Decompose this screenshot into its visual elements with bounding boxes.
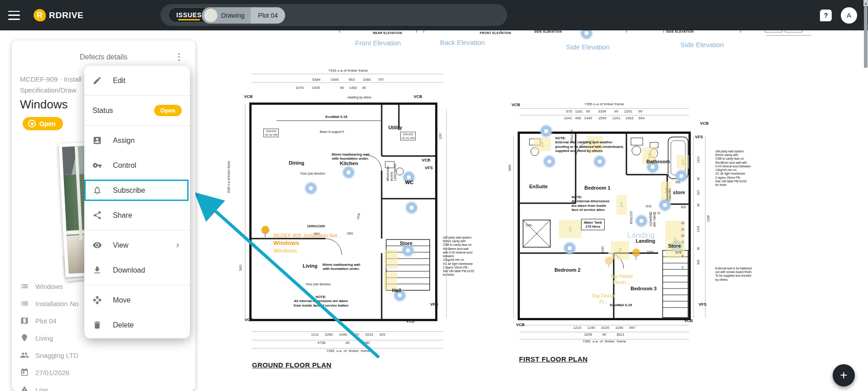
defect-marker-icon[interactable] [405, 201, 418, 215]
status-icon [28, 120, 36, 127]
attribute-label: Windows [35, 283, 63, 290]
rdrive-logo-icon: R [34, 9, 46, 21]
scrollbar-up-icon[interactable]: ▲ [863, 0, 868, 6]
menu-item-label: Edit [113, 77, 126, 85]
menu-item-move[interactable]: Move [84, 288, 190, 313]
download-icon [92, 265, 102, 275]
menu-item-label: Status [92, 107, 113, 115]
drawing-thumbnail-icon [204, 9, 218, 22]
menu-item-label: Share [113, 211, 132, 220]
defect-marker-icon[interactable] [543, 155, 556, 168]
defect-marker-icon[interactable] [593, 155, 606, 168]
menu-item-label: Download [113, 266, 145, 274]
menu-divider [84, 95, 190, 96]
bell-icon [92, 186, 102, 195]
menu-item-label: Assign [113, 137, 135, 145]
menu-item-download[interactable]: Download [84, 258, 190, 283]
avatar[interactable]: A [841, 7, 857, 24]
tab-plot-04-label: Plot 04 [258, 12, 278, 19]
defect-marker-icon[interactable] [635, 214, 648, 228]
rdrive-logo-text: RDRIVE [49, 10, 84, 20]
map-icon [20, 316, 29, 325]
menu-divider [84, 285, 190, 285]
defect-marker-icon[interactable] [563, 241, 577, 255]
tab-drawing[interactable]: Drawing [202, 7, 251, 24]
scrollbar[interactable]: ▲ [863, 0, 868, 391]
defect-marker-icon[interactable] [402, 171, 416, 184]
menu-item-subscribe[interactable]: Subscribe [84, 178, 190, 203]
workspace-pill: ISSUES Drawing Plot 04 [160, 4, 507, 26]
tab-plot-04[interactable]: Plot 04 [251, 7, 285, 24]
defect-pin-icon[interactable] [605, 257, 613, 264]
attribute-label: Low [35, 386, 48, 391]
status-open-badge[interactable]: Open [154, 105, 182, 116]
attribute-row[interactable]: Snagging LTD [20, 347, 187, 364]
defect-context-menu: Edit Status Open Assign Control Subscrib… [84, 66, 190, 338]
tab-drawing-label: Drawing [221, 12, 244, 19]
selected-defect-pin-icon[interactable] [262, 226, 269, 234]
priority-warning-icon [20, 385, 29, 391]
list-icon [20, 299, 29, 308]
menu-item-status[interactable]: Status Open [84, 98, 190, 123]
menu-item-label: Delete [113, 321, 134, 329]
trash-icon [92, 320, 102, 330]
defect-marker-icon[interactable] [646, 160, 659, 174]
defect-marker-icon[interactable] [670, 239, 684, 253]
kebab-menu-icon[interactable]: ⋮ [172, 51, 186, 62]
app-root: 111111121 REAR ELEVATIONFRONT ELEVATIONS… [0, 0, 868, 391]
assign-icon [92, 136, 102, 145]
menu-divider [84, 125, 190, 126]
menu-icon[interactable] [8, 11, 20, 20]
chevron-right-icon [174, 241, 182, 249]
defect-pin-icon[interactable] [632, 249, 640, 256]
menu-item-edit[interactable]: Edit [84, 68, 190, 93]
eye-icon [92, 240, 102, 250]
panel-title: Defects details [12, 53, 195, 61]
share-icon [92, 210, 102, 220]
move-icon [92, 295, 102, 305]
menu-item-control[interactable]: Control [84, 153, 190, 178]
menu-divider [84, 230, 190, 230]
menu-item-label: View [113, 241, 128, 249]
defect-marker-icon[interactable] [539, 124, 553, 138]
edit-icon [92, 76, 102, 85]
help-icon[interactable]: ? [820, 10, 832, 21]
key-icon [92, 161, 102, 170]
open-tabs: Drawing Plot 04 [202, 7, 285, 24]
menu-item-view[interactable]: View [84, 233, 190, 258]
menu-item-delete[interactable]: Delete [84, 313, 190, 337]
attribute-label: Living [35, 334, 53, 342]
status-badge[interactable]: Open [23, 117, 63, 130]
menu-item-share[interactable]: Share [84, 203, 190, 228]
defect-marker-icon[interactable] [674, 169, 688, 183]
add-defect-fab[interactable]: + [833, 364, 855, 386]
top-bar: R RDRIVE ISSUES Drawing Plot 04 ? A [0, 0, 868, 30]
calendar-icon [20, 368, 29, 377]
status-badge-label: Open [39, 120, 56, 127]
defect-marker-icon[interactable] [658, 198, 672, 212]
defect-marker-icon[interactable] [342, 166, 355, 179]
defect-marker-icon[interactable] [401, 244, 415, 257]
attribute-label: 27/01/2026 [35, 369, 69, 376]
list-icon [20, 282, 29, 291]
attribute-row[interactable]: 27/01/2026 [20, 364, 187, 381]
rdrive-logo[interactable]: R RDRIVE [34, 9, 84, 21]
menu-item-label: Subscribe [113, 186, 145, 195]
attribute-label: Installation No [35, 300, 78, 308]
scrollbar-thumb[interactable] [864, 6, 868, 68]
menu-item-assign[interactable]: Assign [84, 128, 190, 153]
defect-marker-icon[interactable] [393, 288, 407, 302]
attribute-label: Plot 04 [35, 317, 57, 325]
menu-item-label: Move [113, 296, 131, 304]
team-icon [20, 351, 29, 360]
location-pin-icon [20, 333, 29, 342]
defect-marker-icon[interactable] [304, 181, 318, 195]
attribute-row[interactable]: Low [20, 381, 187, 391]
menu-item-label: Control [113, 161, 136, 170]
attribute-label: Snagging LTD [35, 352, 78, 359]
